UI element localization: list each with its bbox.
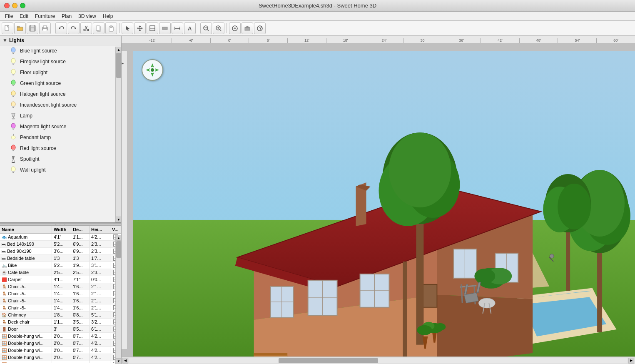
tree-item-green-light[interactable]: Green light source [0,78,121,89]
lamp-icon [8,112,18,120]
zoom-in-button[interactable] [213,22,224,34]
menu-furniture[interactable]: Furniture [32,12,58,20]
table-row[interactable]: 🪟 Double-hung wi... 2'0... 0'7... 4'2...… [0,361,121,363]
svg-rect-2 [17,26,20,27]
col-width[interactable]: Width [52,226,71,233]
window-controls[interactable] [4,3,25,8]
table-scroll-up[interactable]: ▲ [116,235,121,241]
create-wall-button[interactable] [159,22,171,34]
col-name[interactable]: Name [0,226,52,233]
tree-item-spotlight[interactable]: Spotlight [0,154,121,165]
menu-plan[interactable]: Plan [58,12,75,20]
cut-button[interactable] [80,22,92,34]
table-row[interactable]: 🛏 Bed 90x190 3'6... 6'9... 2'3... ✓ [0,248,121,255]
cell-name: 🐟 Aquarium [0,234,52,240]
select-button[interactable] [122,22,133,34]
tree-item-red-light[interactable]: Red light source [0,143,121,154]
table-row[interactable]: 🪟 Double-hung wi... 2'0... 0'7... 4'2...… [0,347,121,354]
svg-point-40 [11,69,15,74]
tree-content[interactable]: Blue light source Fireglow light source [0,45,121,221]
text-button[interactable]: A [184,22,196,34]
table-row[interactable]: 🛏 Bed 140x190 5'2... 6'9... 2'3... ✓ [0,241,121,248]
svg-rect-17 [162,27,167,30]
minimize-button[interactable] [12,3,17,8]
paste-button[interactable] [105,22,117,34]
open-button[interactable] [14,22,26,34]
menu-help[interactable]: Help [100,12,117,20]
tree-item-halogen[interactable]: Halogen light source [0,89,121,100]
svg-line-66 [13,159,15,162]
menu-file[interactable]: File [2,12,16,20]
undo-button[interactable] [55,22,67,34]
cell-name: 🛏 Bed 90x190 [0,248,52,254]
zoom-out-button[interactable] [200,22,212,34]
cell-height: 4'2... [90,340,110,347]
scroll-down-arrow[interactable]: ▼ [116,217,121,222]
hscroll-left[interactable]: ◀ [122,358,128,364]
maximize-button[interactable] [20,3,25,8]
help-button[interactable]: ? [254,22,266,34]
redo-button[interactable] [68,22,80,34]
tree-item-floor-uplight[interactable]: Floor uplight [0,67,121,78]
col-height[interactable]: Hei... [90,226,110,233]
table-row[interactable]: 🚲 Bike 5'2... 1'9... 3'1... ✓ [0,262,121,269]
tree-item-wall-uplight[interactable]: Wall uplight [0,165,121,175]
cell-name: 🪟 Double-hung wi... [0,333,52,339]
3d-viewport[interactable] [133,51,635,364]
hscroll-right[interactable]: ▶ [628,358,634,364]
table-row[interactable]: 🪟 Double-hung wi... 2'0... 0'7... 4'2...… [0,333,121,340]
tree-item-lamp[interactable]: Lamp [0,110,121,121]
tree-item-incandescent[interactable]: Incandescent light source [0,100,121,110]
scroll-thumb[interactable] [116,53,121,78]
pan-button[interactable] [134,22,146,34]
new-button[interactable] [2,22,13,34]
hscroll-thumb[interactable] [279,358,378,363]
copy-button[interactable] [93,22,105,34]
table-row[interactable]: 🪑 Deck chair 1'1... 3'5... 3'2... ✓ [0,319,121,326]
tree-item-magenta[interactable]: Magenta light source [0,121,121,132]
cell-height: 1'7... [90,255,110,262]
tree-item-fireglow[interactable]: Fireglow light source [0,56,121,67]
table-row[interactable]: 🪑 Chair -5- 1'4... 1'6... 2'1... ✓ [0,297,121,304]
table-row[interactable]: 🚪 Door 3' 0'5... 6'1... ✓ [0,326,121,333]
tree-header-label: Lights [9,37,24,43]
table-row[interactable]: 🟥 Carpet 4'1... 7'1" 0'0... ✓ [0,276,121,283]
create-room-button[interactable] [147,22,158,34]
table-row[interactable]: 🪑 Chair -5- 1'4... 1'6... 2'1... ✓ [0,283,121,290]
scroll-up-arrow[interactable]: ▲ [116,47,121,52]
tree-collapse-icon[interactable]: ▼ [2,37,7,43]
create-dimension-button[interactable] [172,22,183,34]
table-row[interactable]: ☕ Cafe table 2'5... 2'5... 2'3... ✓ [0,269,121,276]
col-visible[interactable]: V... [110,226,121,233]
menu-3dview[interactable]: 3D view [75,12,100,20]
save-button[interactable] [27,22,38,34]
cell-height: 2'1... [90,304,110,311]
print-button[interactable] [39,22,51,34]
svg-rect-63 [12,156,15,157]
virtual-visit-button[interactable] [229,22,241,34]
table-scroll-down[interactable]: ▼ [116,358,121,364]
table-scroll-thumb[interactable] [116,241,121,258]
navigation-compass[interactable] [142,59,163,81]
menu-edit[interactable]: Edit [16,12,32,20]
col-depth[interactable]: De... [71,226,90,233]
table-row[interactable]: 🏠 Chimney 1'8... 0'8... 5'1... ✓ [0,312,121,319]
bulb-icon [8,166,18,174]
table-row[interactable]: 🪑 Chair -5- 1'4... 1'6... 2'1... ✓ [0,304,121,312]
horizontal-scrollbar[interactable]: ◀ ▶ [122,357,635,364]
aerial-view-button[interactable] [242,22,253,34]
table-row[interactable]: 🪟 Double-hung wi... 2'0... 0'7... 4'2...… [0,340,121,347]
close-button[interactable] [4,3,10,8]
table-row[interactable]: 🛏 Bedside table 1'3 1'3 1'7... ✓ [0,255,121,262]
cell-width: 4'1" [52,234,71,240]
cell-width: 2'0... [52,354,71,361]
titlebar: SweetHome3DExample4.sh3d - Sweet Home 3D [0,0,635,12]
table-row[interactable]: 🐟 Aquarium 4'1" 1'1... 4'2... ✓ [0,234,121,241]
svg-point-60 [11,145,15,150]
tree-item-blue-light[interactable]: Blue light source [0,45,121,56]
svg-line-26 [220,30,221,31]
table-row[interactable]: 🪟 Double-hung wi... 2'0... 0'7... 4'2...… [0,354,121,361]
cell-width: 3'6... [52,248,71,254]
tree-item-pendant[interactable]: Pendant lamp [0,132,121,143]
table-row[interactable]: 🪑 Chair -5- 1'4... 1'6... 2'1... ✓ [0,290,121,297]
